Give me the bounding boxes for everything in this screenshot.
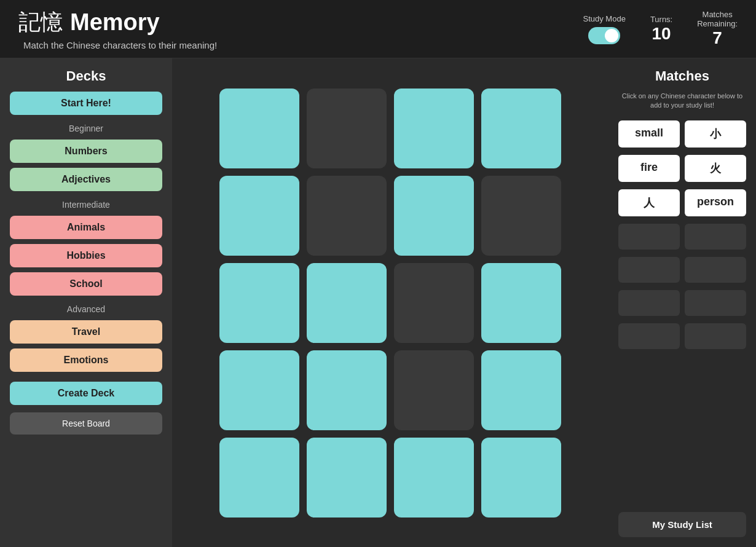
card-16[interactable] [219, 438, 299, 517]
empty-cell-4 [685, 257, 746, 283]
card-14[interactable] [394, 350, 474, 430]
sidebar: Decks Start Here! Beginner Numbers Adjec… [0, 58, 172, 547]
travel-button[interactable]: Travel [10, 320, 162, 344]
animals-button[interactable]: Animals [10, 216, 162, 239]
start-here-button[interactable]: Start Here! [10, 92, 162, 115]
intermediate-label: Intermediate [10, 200, 162, 210]
beginner-label: Beginner [10, 124, 162, 133]
card-18[interactable] [394, 438, 474, 517]
header-row: 記憶 Memory [18, 7, 217, 37]
header-left: 記憶 Memory Match the Chinese characters t… [18, 7, 217, 50]
create-deck-button[interactable]: Create Deck [10, 382, 162, 405]
match-cell-small[interactable]: small [618, 120, 680, 148]
empty-cell-2 [685, 224, 746, 250]
match-cell-fire-char[interactable]: 火 [685, 155, 746, 182]
card-17[interactable] [307, 438, 387, 517]
matches-title: Matches [618, 68, 746, 84]
empty-cell-8 [685, 323, 746, 349]
toggle-knob [605, 29, 618, 42]
card-7[interactable] [481, 176, 561, 256]
adjectives-button[interactable]: Adjectives [10, 168, 162, 191]
school-button[interactable]: School [10, 272, 162, 296]
advanced-label: Advanced [10, 304, 162, 314]
empty-cell-7 [618, 323, 680, 349]
card-3[interactable] [481, 89, 561, 168]
card-12[interactable] [219, 350, 299, 430]
logo: 記憶 [18, 7, 63, 37]
empty-cell-1 [618, 224, 680, 250]
card-5[interactable] [307, 176, 387, 256]
card-2[interactable] [394, 89, 474, 168]
match-row-3: 人 person [618, 189, 746, 216]
study-mode-label: Study Mode [583, 14, 626, 23]
reset-board-button[interactable]: Reset Board [10, 412, 162, 435]
card-10[interactable] [394, 263, 474, 343]
card-1[interactable] [307, 89, 387, 168]
card-11[interactable] [481, 263, 561, 343]
matches-subtitle: Click on any Chinese character below to … [618, 92, 746, 111]
header: 記憶 Memory Match the Chinese characters t… [0, 0, 756, 58]
matches-remaining-value: 7 [712, 28, 722, 48]
card-6[interactable] [394, 176, 474, 256]
board-area [172, 58, 608, 547]
match-row-2: fire 火 [618, 155, 746, 182]
match-row-empty-4 [618, 323, 746, 349]
study-mode-group: Study Mode [583, 14, 626, 44]
card-4[interactable] [219, 176, 299, 256]
match-cell-fire[interactable]: fire [618, 155, 680, 182]
right-panel: Matches Click on any Chinese character b… [608, 58, 756, 547]
main: Decks Start Here! Beginner Numbers Adjec… [0, 58, 756, 547]
match-row-empty-3 [618, 290, 746, 316]
card-9[interactable] [307, 263, 387, 343]
card-19[interactable] [481, 438, 561, 517]
hobbies-button[interactable]: Hobbies [10, 244, 162, 267]
matches-remaining-label: MatchesRemaining: [697, 10, 738, 28]
match-row-empty-1 [618, 224, 746, 250]
study-list-button[interactable]: My Study List [618, 512, 746, 537]
app-title: Memory [70, 9, 160, 36]
numbers-button[interactable]: Numbers [10, 140, 162, 163]
match-row-empty-2 [618, 257, 746, 283]
card-8[interactable] [219, 263, 299, 343]
emotions-button[interactable]: Emotions [10, 348, 162, 372]
app-subtitle: Match the Chinese characters to their me… [23, 40, 217, 50]
header-stats: Study Mode Turns: 10 MatchesRemaining: 7 [583, 10, 738, 48]
card-0[interactable] [219, 89, 299, 168]
empty-cell-3 [618, 257, 680, 283]
match-cell-small-char[interactable]: 小 [685, 120, 746, 148]
card-13[interactable] [307, 350, 387, 430]
turns-value: 10 [652, 24, 671, 44]
card-grid [219, 89, 561, 517]
match-row-1: small 小 [618, 120, 746, 148]
turns-label: Turns: [650, 15, 672, 24]
match-cell-person-char[interactable]: 人 [618, 189, 680, 216]
empty-cell-5 [618, 290, 680, 316]
card-15[interactable] [481, 350, 561, 430]
match-cell-person[interactable]: person [685, 189, 746, 216]
turns-group: Turns: 10 [650, 15, 672, 44]
sidebar-title: Decks [10, 68, 162, 84]
study-mode-toggle[interactable] [588, 27, 620, 44]
matches-remaining-group: MatchesRemaining: 7 [697, 10, 738, 48]
empty-cell-6 [685, 290, 746, 316]
